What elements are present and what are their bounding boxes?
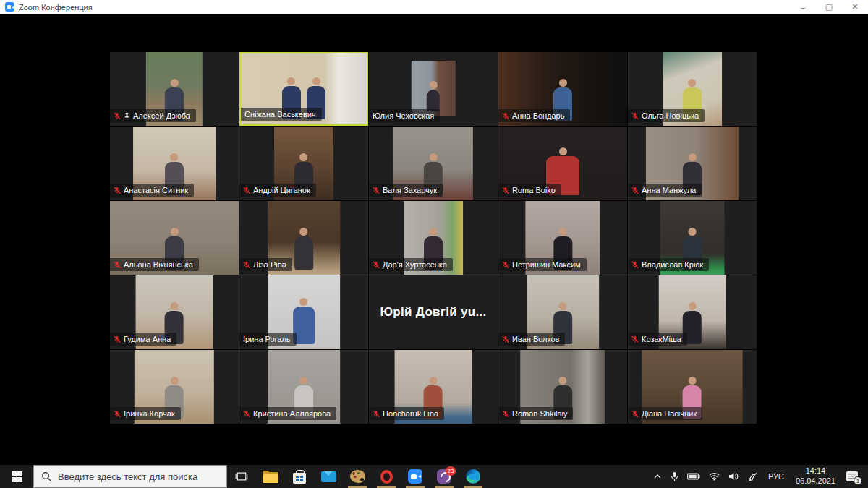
silhouette-body [427, 90, 440, 111]
muted-mic-icon [114, 335, 121, 343]
participant-name: Діана Пасічник [642, 409, 697, 418]
network-button[interactable] [705, 465, 723, 488]
participant-tile[interactable]: Кристина Аллоярова [239, 350, 368, 424]
search-icon [41, 471, 51, 481]
muted-mic-icon [631, 410, 639, 418]
muted-mic-icon [114, 187, 121, 194]
participant-tile[interactable]: Іринка Корчак [110, 350, 239, 424]
participant-name: Сніжана Васькевич [244, 110, 316, 119]
silhouette-head [688, 377, 696, 385]
participant-name: Юлия Чеховская [373, 111, 434, 120]
task-view-button[interactable] [227, 465, 256, 488]
silhouette-head [299, 377, 307, 385]
volume-button[interactable] [725, 465, 743, 488]
mic-tray-button[interactable] [667, 465, 682, 488]
participant-name-label: Roma Boiko [498, 184, 561, 197]
silhouette-head [287, 77, 295, 85]
zoom-taskbar-button[interactable] [401, 465, 430, 488]
participant-tile[interactable]: Гудима Анна [110, 275, 239, 349]
participant-name-label: Ольга Новіцька [628, 109, 705, 122]
silhouette-head [171, 153, 179, 161]
file-explorer-button[interactable] [256, 465, 285, 488]
participant-name: Кристина Аллоярова [253, 409, 331, 418]
participant-tile[interactable]: Юрій Довгій yu... [369, 275, 498, 349]
muted-mic-icon [502, 112, 509, 120]
tray-date: 06.04.2021 [796, 476, 835, 487]
participant-name-label: Дар'я Хуртасенко [369, 258, 453, 271]
edge-button[interactable] [459, 465, 488, 488]
muted-mic-icon [114, 261, 121, 269]
participant-name: Roma Boiko [512, 186, 556, 194]
participant-name: Roman Shkilniy [512, 409, 567, 418]
participant-tile[interactable]: Ольга Новіцька [628, 52, 757, 126]
video-grid: Алексей Дзюба Сніжана Васькевич [110, 52, 757, 424]
participant-tile[interactable]: КозакМіша [628, 275, 757, 349]
silhouette-head [559, 377, 567, 385]
participant-tile[interactable]: Иван Волков [498, 275, 627, 349]
participant-tile[interactable]: Діана Пасічник [628, 350, 757, 424]
zoom-window: Zoom Конференция – ▢ ✕ [0, 0, 868, 488]
participant-tile[interactable]: Дар'я Хуртасенко [369, 201, 498, 275]
viber-button[interactable]: 23 [430, 465, 459, 488]
participant-tile[interactable]: Юлия Чеховская [369, 52, 498, 126]
participant-tile[interactable]: Петришин Максим [498, 201, 627, 275]
clock[interactable]: 14:14 06.04.2021 [791, 466, 841, 487]
participant-name-label: Анна Бондарь [498, 109, 570, 122]
close-button[interactable]: ✕ [842, 0, 868, 14]
participant-tile[interactable]: Андрій Циганок [239, 127, 368, 200]
silhouette-head [688, 302, 696, 310]
participant-tile[interactable]: Ірина Рогаль [239, 275, 368, 349]
ink-workspace-button[interactable] [744, 465, 762, 488]
action-center-button[interactable]: 1 [842, 465, 865, 488]
participant-tile[interactable]: Владислав Крюк [628, 201, 757, 275]
participant-tile[interactable]: Honcharuk Lina [369, 350, 498, 424]
participant-name: Анна Манжула [642, 186, 696, 194]
zoom-app-icon [5, 2, 14, 12]
silhouette-head [300, 153, 308, 161]
silhouette-head [689, 153, 697, 161]
participant-tile[interactable]: Альона Вікнянська [110, 201, 239, 275]
volume-icon [728, 472, 739, 481]
tray-expand-button[interactable] [650, 465, 665, 488]
system-tray: РУС 14:14 06.04.2021 1 [650, 465, 868, 488]
language-indicator[interactable]: РУС [763, 472, 789, 481]
participant-tile[interactable]: Roma Boiko [498, 127, 627, 200]
paint-app-button[interactable] [343, 465, 372, 488]
participant-name: Андрій Циганок [253, 186, 310, 194]
store-button[interactable] [285, 465, 314, 488]
opera-button[interactable] [372, 465, 401, 488]
silhouette-body [294, 236, 313, 270]
silhouette-head [558, 228, 566, 236]
participant-tile[interactable]: Сніжана Васькевич [239, 52, 368, 126]
window-titlebar: Zoom Конференция – ▢ ✕ [0, 0, 868, 14]
participant-tile[interactable]: Алексей Дзюба [110, 52, 239, 126]
file-explorer-icon [263, 471, 278, 483]
mail-icon [321, 471, 336, 482]
participant-name: Алексей Дзюба [133, 111, 190, 120]
muted-mic-icon [243, 261, 250, 269]
start-button[interactable] [0, 465, 33, 488]
participant-tile[interactable]: Анна Бондарь [498, 52, 627, 126]
participant-tile[interactable]: Анастасія Ситник [110, 127, 239, 200]
participant-tile[interactable]: Ліза Ріпа [239, 201, 368, 275]
participant-tile[interactable]: Валя Захарчук [369, 127, 498, 200]
mail-button[interactable] [314, 465, 343, 488]
participant-tile[interactable]: Roman Shkilniy [498, 350, 627, 424]
participant-name-label: Roman Shkilniy [498, 407, 573, 420]
participant-name: Анна Бондарь [512, 111, 564, 120]
minimize-button[interactable]: – [790, 0, 816, 14]
battery-button[interactable] [684, 465, 704, 488]
participant-tile[interactable]: Анна Манжула [628, 127, 757, 200]
silhouette-head [170, 377, 178, 385]
muted-mic-icon [114, 112, 121, 120]
maximize-button[interactable]: ▢ [816, 0, 842, 14]
silhouette-head [429, 377, 437, 385]
chevron-up-icon [653, 474, 662, 479]
participant-name: Валя Захарчук [383, 186, 437, 194]
silhouette-head [689, 79, 697, 87]
participant-name-label: Іринка Корчак [110, 407, 181, 420]
search-input[interactable] [58, 471, 219, 482]
taskbar-search[interactable] [33, 465, 227, 488]
participant-name-label: КозакМіша [628, 333, 687, 346]
muted-mic-icon [373, 187, 380, 194]
